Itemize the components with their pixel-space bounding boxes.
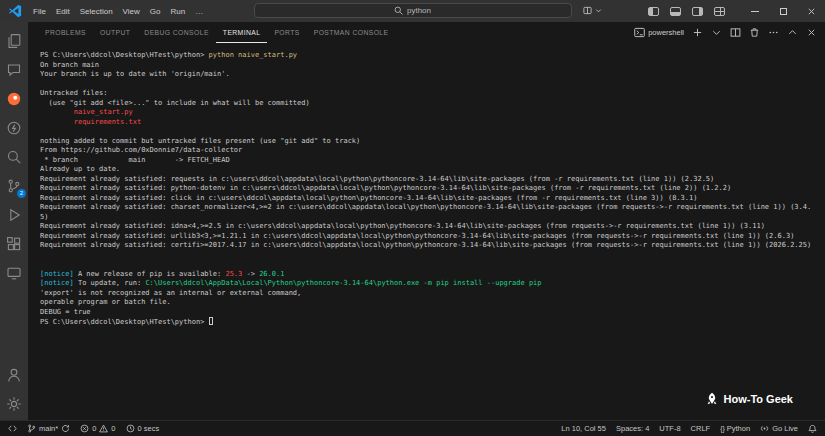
language-status[interactable]: { } Python xyxy=(720,424,750,433)
tab-problems[interactable]: PROBLEMS xyxy=(38,22,93,43)
terminal-line: Requirement already satisfied: urllib3<3… xyxy=(40,232,819,242)
account-icon xyxy=(6,367,22,383)
menu-edit[interactable]: Edit xyxy=(51,0,75,22)
chevron-down-icon xyxy=(711,27,722,38)
activity-item-settings[interactable] xyxy=(0,389,28,418)
tab-output[interactable]: OUTPUT xyxy=(93,22,137,43)
activity-item-explorer[interactable] xyxy=(0,26,28,55)
ellipsis-icon xyxy=(768,27,779,38)
terminal-line: PS C:\Users\ddcol\Desktop\HTest\python> … xyxy=(40,51,819,61)
maximize-panel-button[interactable] xyxy=(787,27,798,38)
activity-item-search[interactable] xyxy=(0,142,28,171)
menu-selection[interactable]: Selection xyxy=(75,0,118,22)
thunder-client-icon xyxy=(6,120,22,136)
bell-icon xyxy=(808,424,817,433)
remote-icon xyxy=(8,424,17,433)
toggle-panel-icon[interactable] xyxy=(670,7,681,16)
explorer-icon xyxy=(6,33,22,49)
panel-header: PROBLEMSOUTPUTDEBUG CONSOLETERMINALPORTS… xyxy=(28,22,825,43)
plus-icon xyxy=(692,27,703,38)
more-actions-button[interactable] xyxy=(768,27,779,38)
menu-more[interactable]: … xyxy=(190,0,208,22)
git-branch-icon xyxy=(27,424,36,433)
activity-item-source-control[interactable]: 2 xyxy=(0,171,28,200)
activity-bar: 2 xyxy=(0,22,28,420)
menu-run[interactable]: Run xyxy=(165,0,190,22)
terminal-line: Requirement already satisfied: requests … xyxy=(40,175,819,185)
terminal-line: 5) xyxy=(40,213,819,223)
split-editor-icon xyxy=(583,6,592,15)
encoding-status[interactable]: UTF-8 xyxy=(659,424,680,433)
tab-postman-console[interactable]: POSTMAN CONSOLE xyxy=(307,22,396,43)
notifications-bell[interactable] xyxy=(808,424,817,433)
activity-item-postman[interactable] xyxy=(0,84,28,113)
activity-bar-bottom xyxy=(0,360,28,418)
tab-debug-console[interactable]: DEBUG CONSOLE xyxy=(137,22,216,43)
activity-item-chat[interactable] xyxy=(0,55,28,84)
activity-item-extensions[interactable] xyxy=(0,229,28,258)
chevron-down-icon xyxy=(594,6,603,15)
sync-icon xyxy=(61,424,70,433)
maximize-button[interactable] xyxy=(769,0,797,22)
indentation-status[interactable]: Spaces: 4 xyxy=(616,424,649,433)
error-count: 0 xyxy=(92,424,96,433)
braces-icon: { } xyxy=(720,425,724,432)
title-bar: FileEditSelectionViewGoRun… python xyxy=(0,0,825,22)
postman-icon xyxy=(6,91,22,107)
status-bar: main* 0 0 0 secs Ln 10, Col 55 Spaces: 4… xyxy=(0,420,825,436)
branch-status[interactable]: main* xyxy=(27,424,70,433)
menu-view[interactable]: View xyxy=(118,0,145,22)
settings-icon xyxy=(6,396,22,412)
cursor-position-status[interactable]: Ln 10, Col 55 xyxy=(561,424,606,433)
terminal-line: operable program or batch file. xyxy=(40,298,819,308)
terminal-cursor xyxy=(209,317,213,325)
terminal-line: Already up to date. xyxy=(40,165,819,175)
howtogeek-logo-icon xyxy=(705,392,719,406)
command-center-text: python xyxy=(407,6,431,15)
split-icon xyxy=(730,27,741,38)
terminal-line: Requirement already satisfied: charset_n… xyxy=(40,203,819,213)
toggle-sidebar-icon[interactable] xyxy=(648,7,659,16)
minimize-icon xyxy=(751,11,759,12)
terminal-instance-powershell[interactable]: powershell xyxy=(634,27,684,38)
terminal-output[interactable]: PS C:\Users\ddcol\Desktop\HTest\python> … xyxy=(28,43,825,420)
warning-icon xyxy=(99,424,108,433)
activity-item-account[interactable] xyxy=(0,360,28,389)
split-terminal-button[interactable] xyxy=(730,27,741,38)
howtogeek-watermark: How-To Geek xyxy=(705,392,793,406)
command-center-search[interactable]: python xyxy=(254,3,572,18)
terminal-dropdown-button[interactable] xyxy=(711,27,722,38)
command-center-dropdown[interactable] xyxy=(583,3,603,18)
problems-status[interactable]: 0 0 xyxy=(80,424,115,433)
terminal-line: 'export' is not recognized as an interna… xyxy=(40,289,819,299)
tab-ports[interactable]: PORTS xyxy=(267,22,306,43)
minimize-button[interactable] xyxy=(741,0,769,22)
terminal-line: Requirement already satisfied: click in … xyxy=(40,194,819,204)
kill-terminal-button[interactable] xyxy=(749,27,760,38)
terminal-shell-label: powershell xyxy=(648,28,684,37)
remote-explorer-icon xyxy=(6,265,22,281)
customize-layout-icon[interactable] xyxy=(714,7,725,16)
warning-count: 0 xyxy=(111,424,115,433)
close-panel-button[interactable] xyxy=(806,27,817,38)
activity-item-remote-explorer[interactable] xyxy=(0,258,28,287)
toggle-secondary-sidebar-icon[interactable] xyxy=(692,7,703,16)
timer-status[interactable]: 0 secs xyxy=(126,424,160,433)
activity-item-run-debug[interactable] xyxy=(0,200,28,229)
clock-icon xyxy=(126,424,135,433)
close-button[interactable] xyxy=(797,0,825,22)
run-debug-icon xyxy=(6,207,22,223)
terminal-line: From https://github.com/0xDonnie7/data-c… xyxy=(40,146,819,156)
menu-file[interactable]: File xyxy=(28,0,51,22)
go-live-text: Go Live xyxy=(772,424,798,433)
eol-status[interactable]: CRLF xyxy=(691,424,711,433)
go-live-status[interactable]: Go Live xyxy=(760,424,798,433)
remote-indicator[interactable] xyxy=(8,424,17,433)
new-terminal-button[interactable] xyxy=(692,27,703,38)
tab-terminal[interactable]: TERMINAL xyxy=(216,22,268,43)
terminal-line: nothing added to commit but untracked fi… xyxy=(40,137,819,147)
activity-item-thunder-client[interactable] xyxy=(0,113,28,142)
terminal-line: Requirement already satisfied: idna<4,>=… xyxy=(40,222,819,232)
menu-go[interactable]: Go xyxy=(145,0,166,22)
close-icon xyxy=(806,27,817,38)
